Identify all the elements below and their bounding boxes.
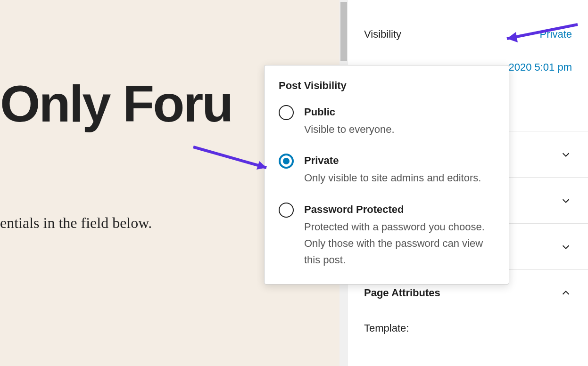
- chevron-down-icon: [560, 195, 572, 207]
- visibility-option-password[interactable]: Password Protected Protected with a pass…: [279, 202, 495, 268]
- visibility-label: Visibility: [364, 28, 401, 41]
- panel-title: Page Attributes: [364, 287, 440, 299]
- post-visibility-popover: Post Visibility Public Visible to everyo…: [264, 65, 509, 285]
- visibility-option-private[interactable]: Private Only visible to site admins and …: [279, 153, 495, 186]
- visibility-option-text: Password Protected Protected with a pass…: [304, 202, 495, 268]
- chevron-up-icon: [560, 287, 572, 299]
- visibility-row: Visibility Private: [348, 18, 588, 51]
- radio-private[interactable]: [279, 154, 294, 169]
- visibility-option-text: Private Only visible to site admins and …: [304, 153, 495, 186]
- option-desc: Only visible to site admins and editors.: [304, 170, 495, 186]
- popover-title: Post Visibility: [279, 80, 495, 92]
- visibility-option-text: Public Visible to everyone.: [304, 104, 495, 138]
- template-label: Template:: [348, 316, 588, 334]
- chevron-down-icon: [560, 148, 572, 161]
- option-desc: Visible to everyone.: [304, 121, 495, 138]
- chevron-down-icon: [560, 241, 572, 253]
- radio-password[interactable]: [279, 203, 294, 218]
- radio-public[interactable]: [279, 105, 294, 120]
- option-name: Private: [304, 153, 495, 169]
- visibility-value-link[interactable]: Private: [540, 28, 572, 41]
- option-name: Public: [304, 104, 495, 120]
- visibility-option-public[interactable]: Public Visible to everyone.: [279, 104, 495, 138]
- option-desc: Protected with a password you choose. On…: [304, 219, 495, 268]
- scrollbar-thumb[interactable]: [340, 2, 347, 61]
- option-name: Password Protected: [304, 202, 495, 218]
- publish-time-link[interactable]: 2020 5:01 pm: [508, 61, 572, 73]
